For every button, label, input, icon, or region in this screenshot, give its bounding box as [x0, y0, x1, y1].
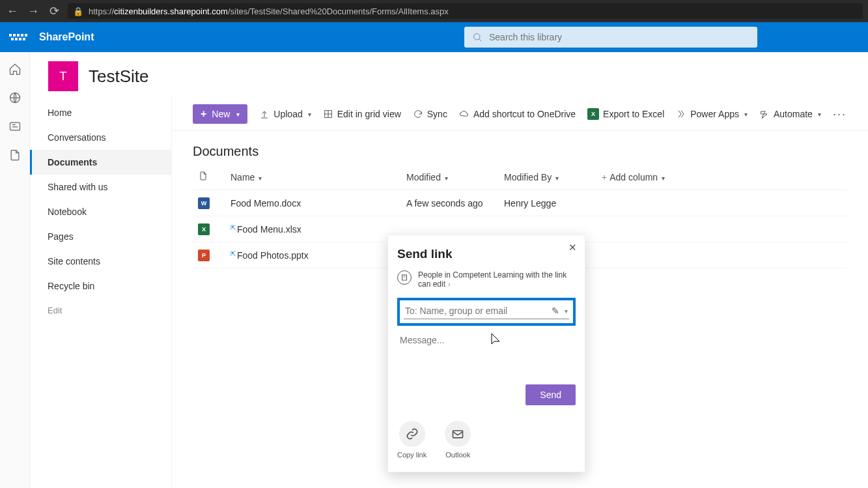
org-icon	[397, 270, 412, 285]
url-text: https://citizenbuilders.sharepoint.com/s…	[89, 7, 449, 16]
chevron-down-icon: ▾	[662, 175, 665, 182]
upload-label: Upload	[273, 109, 302, 119]
file-icon	[198, 171, 208, 181]
nav-item-recycle-bin[interactable]: Recycle bin	[30, 274, 171, 298]
back-button[interactable]: ←	[5, 5, 20, 18]
plus-icon: +	[201, 108, 206, 120]
nav-item-site-contents[interactable]: Site contents	[30, 249, 171, 274]
forward-button[interactable]: →	[26, 5, 40, 18]
nav-item-shared-with-us[interactable]: Shared with us	[30, 175, 171, 199]
export-label: Export to Excel	[603, 109, 664, 119]
search-icon	[472, 32, 483, 42]
svg-point-0	[474, 34, 480, 40]
chevron-right-icon: ›	[448, 280, 451, 288]
nav-item-conversations[interactable]: Conversations	[30, 125, 171, 150]
shared-marker-icon: ⇱	[231, 224, 236, 231]
app-launcher-icon[interactable]	[9, 28, 27, 46]
editgrid-button[interactable]: Edit in grid view	[323, 109, 401, 119]
brand-label[interactable]: SharePoint	[39, 31, 94, 43]
col-modified[interactable]: Modified▾	[401, 164, 499, 190]
powerapps-button[interactable]: Power Apps ▾	[676, 109, 748, 119]
site-title[interactable]: TestSite	[89, 66, 149, 87]
onedrive-icon	[459, 109, 469, 119]
reload-button[interactable]: ⟳	[47, 4, 61, 18]
shortcut-button[interactable]: Add shortcut to OneDrive	[459, 109, 576, 119]
send-link-dialog: ✕ Send link People in Competent Learning…	[387, 235, 585, 472]
copy-link-label: Copy link	[397, 451, 427, 459]
new-button[interactable]: + New ▾	[193, 104, 247, 124]
sync-label: Sync	[427, 109, 447, 119]
perm-text: People in Competent Learning with the li…	[418, 270, 576, 289]
dialog-title: Send link	[397, 247, 576, 261]
grid-icon	[323, 109, 333, 119]
excel-icon: X	[587, 108, 599, 120]
shared-marker-icon: ⇱	[231, 250, 236, 257]
search-input[interactable]	[489, 32, 749, 42]
pencil-icon[interactable]: ✎	[552, 306, 559, 316]
search-box[interactable]	[464, 27, 757, 48]
command-bar: + New ▾ Upload ▾ Edit in grid view	[172, 98, 868, 131]
col-add[interactable]: +Add column▾	[596, 164, 847, 190]
automate-label: Automate	[774, 109, 813, 119]
svg-rect-14	[453, 431, 463, 438]
nav-item-documents[interactable]: Documents	[30, 150, 171, 175]
app-rail	[0, 52, 30, 488]
recipients-input[interactable]	[405, 306, 548, 316]
send-button[interactable]: Send	[525, 384, 576, 405]
link-settings-row[interactable]: People in Competent Learning with the li…	[397, 270, 576, 289]
cell-name[interactable]: Food Memo.docx	[225, 190, 401, 216]
xlsx-icon: X	[198, 223, 210, 235]
lock-icon: 🔒	[73, 7, 83, 16]
powerapps-label: Power Apps	[690, 109, 739, 119]
upload-icon	[259, 109, 270, 119]
globe-icon[interactable]	[8, 91, 21, 104]
chevron-down-icon: ▾	[259, 175, 262, 182]
shortcut-label: Add shortcut to OneDrive	[473, 109, 576, 119]
docx-icon: W	[198, 197, 210, 209]
left-nav: HomeConversationsDocumentsShared with us…	[30, 98, 172, 488]
nav-edit[interactable]: Edit	[30, 298, 171, 323]
col-modifiedby[interactable]: Modified By▾	[499, 164, 596, 190]
cell-name[interactable]: ⇱Food Menu.xlsx	[225, 216, 401, 242]
chevron-down-icon: ▾	[308, 111, 311, 118]
home-icon[interactable]	[8, 63, 21, 76]
search-wrap	[464, 27, 757, 48]
outlook-button[interactable]: Outlook	[445, 421, 471, 459]
nav-item-home[interactable]: Home	[30, 100, 171, 125]
chevron-down-icon: ▾	[555, 175, 559, 182]
svg-line-1	[479, 39, 481, 41]
news-icon[interactable]	[8, 120, 21, 133]
chevron-down-icon: ▾	[236, 111, 240, 118]
automate-button[interactable]: Automate ▾	[759, 109, 821, 119]
copy-link-button[interactable]: Copy link	[397, 421, 427, 459]
automate-icon	[759, 109, 770, 119]
export-button[interactable]: X Export to Excel	[587, 108, 664, 120]
message-input[interactable]	[397, 330, 576, 382]
table-row[interactable]: WFood Memo.docxA few seconds agoHenry Le…	[193, 190, 847, 216]
sync-button[interactable]: Sync	[413, 109, 447, 119]
browser-bar: ← → ⟳ 🔒 https://citizenbuilders.sharepoi…	[0, 0, 868, 22]
outlook-label: Outlook	[445, 451, 470, 459]
editgrid-label: Edit in grid view	[337, 109, 401, 119]
cell-modifiedby: Henry Legge	[499, 190, 596, 216]
chevron-down-icon: ▾	[445, 175, 448, 182]
cell-modified: A few seconds ago	[401, 190, 499, 216]
nav-item-pages[interactable]: Pages	[30, 224, 171, 249]
site-header: T TestSite	[30, 52, 868, 98]
pptx-icon: P	[198, 250, 210, 261]
file-icon[interactable]	[8, 149, 21, 162]
more-button[interactable]: ···	[833, 108, 847, 121]
recipients-highlight: ✎ ▾	[397, 298, 576, 326]
chevron-down-icon[interactable]: ▾	[565, 308, 568, 315]
nav-item-notebook[interactable]: Notebook	[30, 199, 171, 224]
cell-name[interactable]: ⇱Food Photos.pptx	[225, 242, 401, 268]
site-tile[interactable]: T	[48, 61, 78, 91]
close-button[interactable]: ✕	[568, 242, 577, 253]
recipients-field[interactable]: ✎ ▾	[404, 304, 569, 319]
address-bar[interactable]: 🔒 https://citizenbuilders.sharepoint.com…	[68, 3, 863, 19]
svg-rect-9	[402, 275, 407, 280]
copy-link-icon	[399, 421, 425, 447]
col-name[interactable]: Name▾	[225, 164, 401, 190]
col-type[interactable]	[193, 164, 225, 190]
upload-button[interactable]: Upload ▾	[259, 109, 311, 119]
